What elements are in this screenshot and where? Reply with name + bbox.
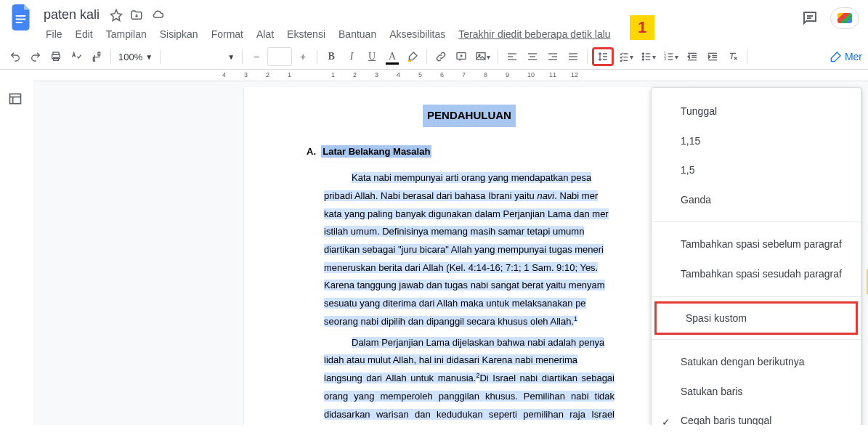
paragraph-style-select[interactable]: ▼ [165, 47, 238, 66]
show-outline-button[interactable] [8, 92, 25, 109]
clear-formatting-button[interactable] [723, 47, 742, 66]
spacing-single[interactable]: Tunggal [652, 97, 861, 126]
spacing-double[interactable]: Ganda [652, 185, 861, 215]
svg-rect-0 [16, 15, 26, 17]
menu-tools[interactable]: Alat [251, 27, 279, 41]
zoom-select[interactable]: 100%▼ [115, 47, 155, 66]
insert-image-button[interactable]: ▾ [472, 47, 493, 66]
menu-bar: File Edit Tampilan Sisipkan Format Alat … [41, 25, 795, 44]
align-right-button[interactable] [543, 47, 562, 66]
keep-lines-together[interactable]: Satukan baris [652, 377, 861, 407]
text-color-button[interactable]: A [383, 47, 402, 66]
svg-point-24 [642, 56, 644, 57]
menu-file[interactable]: File [41, 27, 68, 41]
check-icon: ✓ [662, 412, 670, 425]
editing-mode-button[interactable]: Mer [830, 51, 862, 62]
doc-heading: PENDAHULUAN [423, 105, 516, 127]
menu-extensions[interactable]: Ekstensi [282, 27, 330, 41]
document-page[interactable]: PENDAHULUAN A. Latar Belakang Masalah Ka… [244, 87, 694, 425]
document-title[interactable]: paten kali [41, 6, 102, 24]
paragraph-1: Kata nabi mempunyai arti orang yang mend… [324, 169, 615, 331]
numbered-list-button[interactable]: 123▾ [660, 47, 681, 66]
align-justify-button[interactable] [564, 47, 583, 66]
add-space-after[interactable]: Tambahkan spasi sesudah paragraf [652, 259, 861, 289]
toolbar: 1 100%▼ ▼ − + B I U A ▾ ▾ ▾ 123▾ Mer [0, 44, 868, 70]
star-icon[interactable] [110, 9, 123, 22]
decrease-indent-button[interactable] [683, 47, 702, 66]
font-size-increase[interactable]: + [293, 47, 312, 66]
bold-button[interactable]: B [322, 47, 341, 66]
comments-icon[interactable] [801, 9, 819, 27]
highlight-color-button[interactable] [403, 47, 422, 66]
paint-format-button[interactable] [87, 47, 106, 66]
keep-with-next[interactable]: Satukan dengan berikutnya [652, 347, 861, 377]
menu-edit[interactable]: Edit [70, 27, 98, 41]
docs-logo[interactable] [9, 4, 35, 31]
insert-comment-button[interactable] [452, 47, 471, 66]
prevent-widow[interactable]: ✓Cegah baris tunggal [652, 406, 861, 425]
font-size-input[interactable] [267, 47, 292, 66]
svg-rect-2 [16, 22, 23, 23]
move-folder-icon[interactable] [130, 9, 143, 22]
align-left-button[interactable] [503, 47, 522, 66]
menu-insert[interactable]: Sisipkan [155, 27, 203, 41]
svg-point-23 [642, 53, 644, 54]
line-spacing-dropdown: Tunggal 1,15 1,5 Ganda Tambahkan spasi s… [651, 87, 861, 425]
spacing-1-15[interactable]: 1,15 [652, 126, 861, 156]
checklist-button[interactable]: ▾ [615, 47, 636, 66]
menu-view[interactable]: Tampilan [101, 27, 152, 41]
svg-rect-7 [54, 57, 59, 60]
horizontal-ruler[interactable]: 4321 123456789101112 [33, 70, 868, 81]
underline-button[interactable]: U [362, 47, 381, 66]
font-size-decrease[interactable]: − [247, 47, 266, 66]
line-spacing-button[interactable] [592, 47, 614, 66]
spellcheck-button[interactable] [67, 47, 86, 66]
insert-link-button[interactable] [431, 47, 450, 66]
meet-button[interactable] [830, 7, 859, 29]
svg-point-25 [642, 59, 644, 60]
callout-marker-1: 1 [630, 15, 654, 40]
menu-accessibility[interactable]: Aksesibilitas [384, 27, 450, 41]
italic-button[interactable]: I [342, 47, 361, 66]
svg-rect-1 [16, 19, 26, 20]
increase-indent-button[interactable] [703, 47, 722, 66]
spacing-1-5[interactable]: 1,5 [652, 155, 861, 185]
section-heading: A. Latar Belakang Masalah [307, 143, 615, 161]
paragraph-2: Dalam Perjanjian Lama dijelaskan bahwa n… [324, 334, 615, 425]
bullet-list-button[interactable]: ▾ [638, 47, 659, 66]
add-space-before[interactable]: Tambahkan spasi sebelum paragraf [652, 229, 861, 259]
redo-button[interactable] [26, 47, 45, 66]
print-button[interactable] [46, 47, 65, 66]
svg-rect-43 [10, 94, 21, 103]
svg-text:3: 3 [664, 57, 666, 61]
align-center-button[interactable] [523, 47, 542, 66]
menu-help[interactable]: Bantuan [333, 27, 381, 41]
menu-format[interactable]: Format [206, 27, 248, 41]
undo-button[interactable] [6, 47, 25, 66]
custom-spacing[interactable]: Spasi kustom [657, 304, 856, 333]
cloud-status-icon[interactable] [150, 9, 165, 22]
edit-status[interactable]: Terakhir diedit beberapa detik lalu [453, 27, 615, 41]
